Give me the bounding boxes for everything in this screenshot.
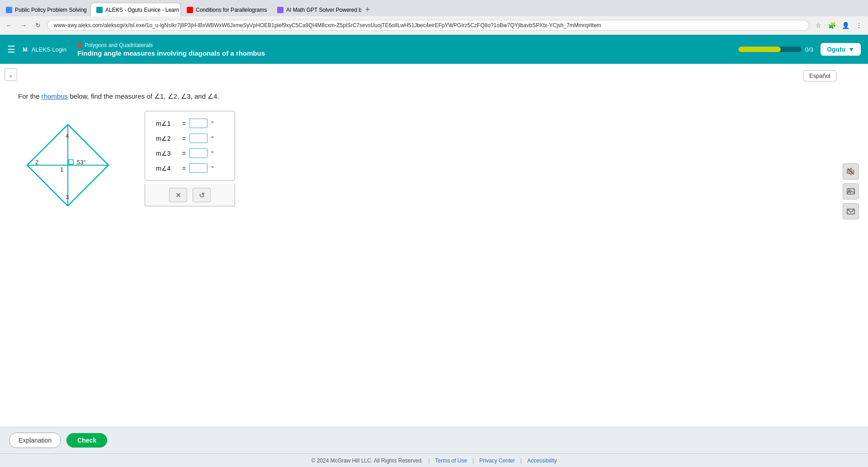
content-area: ⌄ Español For the rhombus below, find th… bbox=[0, 64, 868, 427]
bottom-bar: Explanation Check bbox=[0, 427, 868, 453]
explanation-button[interactable]: Explanation bbox=[9, 433, 61, 448]
new-tab-button[interactable]: + bbox=[362, 3, 374, 16]
header-title-section: Polygons and Quadrilaterals Finding angl… bbox=[77, 42, 731, 57]
url-bar[interactable]: www-awy.aleks.com/alekscgi/x/lsl.exe/1o_… bbox=[47, 20, 809, 31]
clear-button[interactable]: ✕ bbox=[169, 188, 187, 202]
angle-label-1: m∠1 bbox=[156, 120, 179, 127]
angle-label-2: m∠2 bbox=[156, 135, 179, 142]
tab-favicon bbox=[96, 7, 103, 13]
equals-sign-1: = bbox=[182, 120, 186, 127]
check-button[interactable]: Check bbox=[66, 433, 107, 448]
bookmark-icon[interactable]: ☆ bbox=[813, 20, 824, 31]
privacy-center-link[interactable]: Privacy Center bbox=[479, 457, 515, 464]
undo-button[interactable]: ↺ bbox=[193, 188, 211, 202]
problem-instruction-prefix: For the bbox=[18, 92, 42, 100]
reload-button[interactable]: ↻ bbox=[33, 20, 43, 31]
aleks-header: ☰ M ALEKS Login Polygons and Quadrilater… bbox=[0, 35, 868, 64]
accessibility-link[interactable]: Accessibility bbox=[527, 457, 557, 464]
hamburger-button[interactable]: ☰ bbox=[7, 44, 15, 55]
tab-label: Conditions for Parallelograms bbox=[196, 7, 267, 13]
svg-rect-9 bbox=[847, 170, 849, 173]
tab-favicon bbox=[187, 7, 193, 13]
profile-icon[interactable]: 👤 bbox=[840, 20, 851, 31]
svg-text:53°: 53° bbox=[77, 159, 86, 166]
tab-bar: Public Policy Problem Solving ✕ ALEKS - … bbox=[0, 0, 868, 16]
image-icon[interactable] bbox=[843, 183, 859, 200]
degree-sign-4: ° bbox=[211, 165, 213, 172]
user-name: Ogutu bbox=[827, 46, 845, 53]
degree-sign-2: ° bbox=[211, 135, 213, 142]
collapse-toggle-button[interactable]: ⌄ bbox=[5, 68, 17, 81]
degree-sign-3: ° bbox=[211, 150, 213, 157]
progress-bar-fill bbox=[738, 47, 781, 52]
tab-label: ALEKS - Ogutu Eunice - Learn bbox=[105, 7, 179, 13]
svg-rect-3 bbox=[69, 160, 73, 164]
page-footer: © 2024 McGraw Hill LLC. All Rights Reser… bbox=[0, 453, 868, 467]
audio-icon[interactable] bbox=[843, 163, 859, 180]
answer-row-3: m∠3 = ° bbox=[156, 148, 224, 158]
diagram-container: 4 2 53° 1 3 m∠1 = ° bbox=[18, 111, 850, 215]
app-container: ☰ M ALEKS Login Polygons and Quadrilater… bbox=[0, 35, 868, 467]
action-buttons: ✕ ↺ bbox=[145, 184, 235, 206]
espanol-button[interactable]: Español bbox=[803, 70, 836, 81]
footer-sep-3: | bbox=[520, 457, 522, 464]
tab-parallelograms[interactable]: Conditions for Parallelograms ✕ bbox=[181, 3, 271, 16]
angle-label-4: m∠4 bbox=[156, 165, 179, 172]
forward-button[interactable]: → bbox=[18, 20, 29, 31]
browser-chrome: Public Policy Problem Solving ✕ ALEKS - … bbox=[0, 0, 868, 35]
angle-input-4[interactable] bbox=[189, 163, 208, 173]
angle-input-3[interactable] bbox=[189, 148, 208, 158]
angle-input-1[interactable] bbox=[189, 119, 208, 128]
tab-label: Public Policy Problem Solving bbox=[15, 7, 87, 13]
svg-rect-14 bbox=[847, 189, 854, 194]
rhombus-diagram: 4 2 53° 1 3 bbox=[18, 115, 118, 215]
answer-row-2: m∠2 = ° bbox=[156, 133, 224, 143]
rhombus-link[interactable]: rhombus bbox=[42, 92, 68, 100]
terms-of-use-link[interactable]: Terms of Use bbox=[435, 457, 467, 464]
equals-sign-2: = bbox=[182, 135, 186, 142]
angle-input-2[interactable] bbox=[189, 133, 208, 143]
degree-sign-1: ° bbox=[211, 120, 213, 127]
footer-sep-1: | bbox=[428, 457, 429, 464]
back-button[interactable]: ← bbox=[4, 20, 14, 31]
tab-aleks[interactable]: ALEKS - Ogutu Eunice - Learn ✕ bbox=[90, 3, 181, 16]
category-label: Polygons and Quadrilaterals bbox=[85, 42, 153, 48]
problem-instruction-suffix: below, find the measures of ∠1, ∠2, ∠3, … bbox=[68, 92, 219, 100]
angle-label-3: m∠3 bbox=[156, 150, 179, 157]
svg-text:2: 2 bbox=[35, 159, 38, 166]
answer-table: m∠1 = ° m∠2 = ° m∠3 bbox=[145, 111, 235, 181]
user-button[interactable]: Ogutu ▼ bbox=[821, 43, 861, 56]
tab-ai-solver[interactable]: AI Math GPT Solver Powered b ✕ bbox=[271, 3, 362, 16]
svg-text:1: 1 bbox=[60, 166, 63, 173]
tab-label: AI Math GPT Solver Powered b bbox=[286, 7, 362, 13]
progress-bar-container bbox=[738, 47, 802, 52]
answer-row-1: m∠1 = ° bbox=[156, 119, 224, 128]
header-category: Polygons and Quadrilaterals bbox=[77, 42, 731, 48]
extension-icon[interactable]: 🧩 bbox=[826, 20, 837, 31]
problem-text: For the rhombus below, find the measures… bbox=[18, 91, 850, 102]
red-dot-icon bbox=[77, 43, 82, 48]
answer-block: m∠1 = ° m∠2 = ° m∠3 bbox=[145, 111, 235, 206]
tab-public-policy[interactable]: Public Policy Problem Solving ✕ bbox=[0, 3, 90, 16]
footer-sep-2: | bbox=[472, 457, 474, 464]
progress-section: 0/3 bbox=[738, 46, 813, 53]
svg-text:4: 4 bbox=[66, 133, 69, 139]
toolbar-icons: ☆ 🧩 👤 ⋮ bbox=[813, 20, 864, 31]
chevron-down-icon: ▼ bbox=[848, 46, 854, 53]
right-tools bbox=[843, 163, 859, 219]
answer-row-4: m∠4 = ° bbox=[156, 163, 224, 173]
problem-title: Finding angle measures involving diagona… bbox=[77, 49, 731, 57]
address-bar: ← → ↻ www-awy.aleks.com/alekscgi/x/lsl.e… bbox=[0, 16, 868, 34]
tab-favicon bbox=[277, 7, 283, 13]
tab-favicon bbox=[6, 7, 12, 13]
footer-copyright: © 2024 McGraw Hill LLC. All Rights Reser… bbox=[311, 457, 423, 464]
equals-sign-4: = bbox=[182, 165, 186, 172]
menu-icon[interactable]: ⋮ bbox=[854, 20, 864, 31]
equals-sign-3: = bbox=[182, 150, 186, 157]
mail-icon[interactable] bbox=[843, 203, 859, 219]
svg-text:3: 3 bbox=[66, 194, 69, 200]
main-layout: ⌄ Español For the rhombus below, find th… bbox=[0, 64, 868, 427]
progress-label: 0/3 bbox=[805, 46, 813, 53]
